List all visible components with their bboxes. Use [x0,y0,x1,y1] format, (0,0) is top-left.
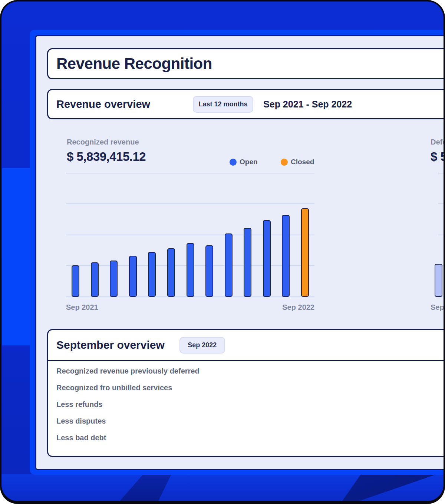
left-accent-shape [2,168,30,345]
legend-item-closed[interactable]: Closed [281,158,314,166]
chart-bar-Mar 2022[interactable] [187,243,194,297]
x-tick-start: Sep 2021 [66,303,98,312]
chart-header-divider [66,173,314,173]
overview-list-item: Less disputes [56,417,444,425]
recognized-revenue-label: Recognized revenue [67,138,139,146]
recognized-revenue-value: $ 5,839,415.12 [67,150,146,164]
chart-bar-Jan 2022[interactable] [148,252,156,297]
gridline [66,235,314,235]
x-tick-end: Sep 2022 [282,303,314,312]
september-overview-header: September overview Sep 2022 [48,330,444,361]
gridline [438,235,444,235]
chart-bar-Jul 2022[interactable] [263,220,271,297]
gridline [66,203,314,204]
overview-list-item: Less refunds [56,401,444,408]
open-legend-label: Open [240,158,258,166]
september-overview-card: September overview Sep 2022 Recognized r… [47,329,444,457]
page-title-card: Revenue Recognition [47,48,444,79]
recognized-revenue-chart [66,204,314,297]
chart-bar-Sep 2022[interactable] [301,208,309,297]
chart-bar-Apr 2022[interactable] [205,245,213,297]
chart-bar-Jun 2022[interactable] [244,228,251,297]
dashboard-panel: Revenue Recognition Revenue overview Las… [35,35,444,470]
deferred-revenue-value: $ 5 [431,150,444,164]
decor-wedge [1,474,444,501]
bottom-decor-band [1,474,444,501]
revenue-overview-title: Revenue overview [56,98,150,110]
month-badge-button[interactable]: Sep 2022 [179,337,225,354]
chart-x-axis: Sep 2021 Sep 2022 [66,303,314,312]
chart-bar-Dec 2021[interactable] [129,256,137,297]
gridline [438,203,444,204]
chart2-header-divider [438,173,444,173]
deferred-revenue-chart [438,204,444,297]
legend-item-open[interactable]: Open [230,158,258,166]
open-legend-dot-icon [230,159,237,166]
chart-bar-Feb 2022[interactable] [167,248,175,297]
overview-list-item: Less bad debt [56,434,444,441]
device-frame: Revenue Recognition Revenue overview Las… [1,1,444,501]
overview-list-item: Recognized revenue previously deferred [56,367,444,375]
september-overview-list: Recognized revenue previously deferredRe… [56,367,444,451]
page-title: Revenue Recognition [56,55,212,73]
period-filter-button[interactable]: Last 12 months [193,96,253,113]
overview-list-item: Recognized fro unbilled services [56,384,444,391]
chart-bar-Sep 2021[interactable] [435,264,442,297]
closed-legend-dot-icon [281,159,288,166]
chart-bar-Oct 2021[interactable] [91,262,99,297]
revenue-overview-card: Revenue overview Last 12 months Sep 2021… [47,89,444,119]
chart-bar-May 2022[interactable] [225,233,233,297]
chart-bar-Nov 2021[interactable] [110,261,118,297]
chart2-x-tick-start: Sep 2021 [431,303,444,312]
chart-bar-Sep 2021[interactable] [72,265,79,297]
chart2-x-axis: Sep 2021 [431,303,444,312]
september-overview-title: September overview [56,339,165,351]
chart-bar-Aug 2022[interactable] [282,215,290,297]
period-range-label: Sep 2021 - Sep 2022 [263,99,352,110]
deferred-revenue-label: Deferred revenue [431,138,444,146]
closed-legend-label: Closed [291,158,314,166]
